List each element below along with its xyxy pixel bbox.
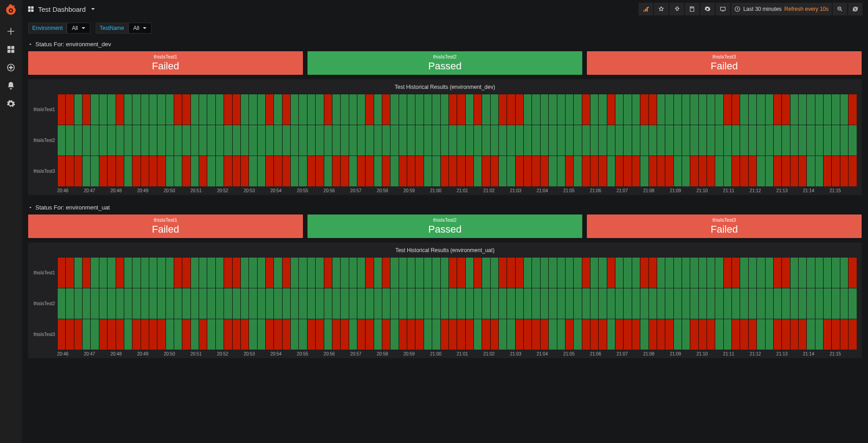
heatmap-cell [65,94,73,125]
heatmap-cell [573,156,581,186]
xaxis-tick: 21:04 [536,188,563,193]
xaxis-tick: 20:59 [404,351,430,356]
xaxis-tick: 20:47 [84,351,111,356]
heatmap-cell [199,125,207,156]
settings-icon[interactable] [6,99,15,108]
heatmap-cell [798,94,806,125]
historical-panel[interactable]: Test Historical Results (environment_uat… [28,243,862,358]
heatmap-row: thisIsTest1 [34,257,856,288]
star-button[interactable] [654,3,668,15]
heatmap-cell [290,156,298,186]
svg-rect-10 [31,10,34,12]
heatmap-cell [249,319,257,350]
heatmap-cell [399,156,407,186]
heatmap-cell [715,288,723,319]
chevron-down-icon [91,8,95,10]
add-panel-button[interactable] [639,3,653,15]
variable-select[interactable]: All [128,23,151,34]
heatmap-cell [831,94,839,125]
heatmap-cell [565,156,573,186]
heatmap-cell [773,258,781,288]
heatmap-cell [565,125,573,156]
row-header[interactable]: Status For: environment_dev [28,38,862,51]
dashboard-settings-button[interactable] [700,3,715,15]
heatmap-cell [582,125,590,156]
heatmap-cell [415,125,423,156]
xaxis-tick: 20:54 [270,351,297,356]
xaxis-tick: 20:52 [217,188,244,193]
alert-icon[interactable] [6,81,15,90]
heatmap-cell [848,319,856,350]
heatmap-cell [374,125,382,156]
variable-select[interactable]: All [67,23,90,34]
chevron-down-icon [82,27,85,29]
heatmap-cell [82,258,90,288]
variable-testname: TestName All [96,23,151,34]
status-card[interactable]: thisIsTest2Passed [307,214,582,238]
card-title: thisIsTest1 [154,54,177,59]
dashboard-title-dropdown[interactable]: Test Dashboard [27,5,95,13]
row-header[interactable]: Status For: environment_uat [28,201,862,214]
dashboard-title: Test Dashboard [38,5,86,13]
cycle-view-button[interactable] [716,3,730,15]
heatmap-cell [257,288,265,319]
heatmap-cells [57,125,856,156]
heatmap-cell [174,319,182,350]
heatmap-cell [390,156,398,186]
heatmap-cell [473,125,482,156]
heatmap-cell [540,125,548,156]
grafana-logo[interactable] [5,4,17,18]
heatmap-cell [498,258,507,288]
heatmap-cell [473,94,482,125]
heatmap-cell [565,319,573,350]
heatmap-cell [582,258,590,288]
heatmap-cell [240,156,249,186]
zoom-out-button[interactable] [833,3,847,15]
heatmap-cell [265,288,273,319]
heatmap-cell [781,258,790,288]
status-card[interactable]: thisIsTest1Failed [28,51,303,75]
heatmap-cell [124,125,132,156]
heatmap-cell [523,156,532,186]
heatmap-cell [240,94,249,125]
heatmap-cell [615,319,623,350]
time-range-picker[interactable]: Last 30 minutes Refresh every 10s [731,3,832,15]
heatmap-cell [649,288,657,319]
plus-icon[interactable] [6,27,15,36]
refresh-button[interactable] [848,3,863,15]
status-card[interactable]: thisIsTest2Passed [307,51,582,75]
heatmap-cell [141,258,149,288]
heatmap-cell [532,125,540,156]
status-card[interactable]: thisIsTest1Failed [28,214,303,238]
historical-panel[interactable]: Test Historical Results (environment_dev… [28,79,862,195]
heatmap-cell [215,156,224,186]
heatmap-cell [374,319,382,350]
xaxis-tick: 20:52 [217,351,244,356]
heatmap-cell [224,94,232,125]
heatmap-cell [632,288,640,319]
heatmap-cell [349,258,357,288]
status-cards: thisIsTest1FailedthisIsTest2PassedthisIs… [28,214,862,238]
heatmap-cell [324,288,332,319]
share-button[interactable] [669,3,684,15]
heatmap-cell [573,94,581,125]
heatmap-cell [399,258,407,288]
status-card[interactable]: thisIsTest3Failed [587,51,862,75]
heatmap-cell [57,288,65,319]
status-card[interactable]: thisIsTest3Failed [587,214,862,238]
xaxis-tick: 20:57 [350,351,377,356]
heatmap-cell [141,319,149,350]
save-button[interactable] [685,3,699,15]
heatmap-cell [731,258,740,288]
explore-icon[interactable] [6,63,15,72]
heatmap-cell [532,94,540,125]
heatmap-row: thisIsTest1 [34,94,856,125]
variable-label: TestName [96,23,128,34]
heatmap-cell [698,125,707,156]
heatmap-cell [132,258,140,288]
heatmap-cell [540,258,548,288]
heatmap-cell [265,319,273,350]
heatmap-cell [815,125,823,156]
dashboards-icon[interactable] [6,45,15,54]
heatmap-cell [107,258,115,288]
